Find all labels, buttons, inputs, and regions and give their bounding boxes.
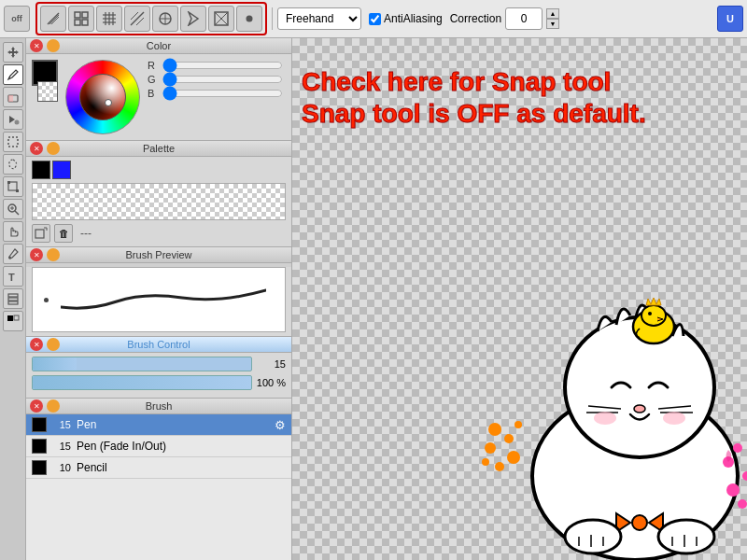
color-wheel[interactable] <box>65 60 140 134</box>
palette-panel-header: ✕ Palette <box>26 141 291 157</box>
correction-down-btn[interactable]: ▼ <box>546 19 559 29</box>
brush-list-item-1[interactable]: 15 Pen (Fade In/Out) <box>26 436 291 457</box>
tool-layer[interactable] <box>3 288 23 309</box>
panels-column: ✕ Color R <box>26 38 292 560</box>
brush-list-item-2[interactable]: 10 Pencil <box>26 457 291 479</box>
palette-panel-min[interactable] <box>47 142 60 155</box>
palette-toolbar: 🗑 --- <box>32 224 286 243</box>
antialiasing-label: AntiAliasing <box>384 12 443 25</box>
svg-point-52 <box>663 412 685 425</box>
brush-opacity-track[interactable] <box>32 375 252 390</box>
color-wheel-dot <box>105 99 112 106</box>
toolbar-circle-btn[interactable] <box>152 6 178 32</box>
red-slider[interactable] <box>162 60 283 71</box>
blue-slider[interactable] <box>162 88 283 99</box>
tool-select-rect[interactable] <box>3 132 23 152</box>
brush-preview-min[interactable] <box>47 248 60 261</box>
annotation-overlay: Check here for Snap tool Snap tool is OF… <box>302 66 646 129</box>
toolbar-lines-btn[interactable] <box>40 6 66 32</box>
brush-settings-btn-0[interactable]: ⚙ <box>275 418 286 432</box>
svg-rect-5 <box>75 20 80 25</box>
background-color-swatch[interactable] <box>37 81 58 102</box>
palette-swatch-black[interactable] <box>32 161 50 179</box>
svg-point-23 <box>247 16 253 22</box>
brush-size-1: 15 <box>52 441 71 452</box>
svg-rect-6 <box>82 20 88 25</box>
snap-off-button[interactable]: off <box>4 6 30 32</box>
brush-preview-canvas <box>32 267 286 332</box>
svg-rect-28 <box>8 137 18 147</box>
toolbar-tools-group <box>35 2 267 35</box>
tool-pen[interactable] <box>3 64 23 85</box>
tool-zoom[interactable] <box>3 199 23 219</box>
svg-rect-31 <box>7 181 10 184</box>
svg-text:T: T <box>8 272 15 283</box>
color-panel-close[interactable]: ✕ <box>30 39 43 52</box>
palette-panel-close[interactable]: ✕ <box>30 142 43 155</box>
tool-eraser[interactable] <box>3 87 23 107</box>
red-row: R 0 <box>148 60 292 71</box>
palette-dash-label: --- <box>80 227 92 240</box>
tool-move[interactable] <box>3 42 23 63</box>
brush-list-item-0[interactable]: 15 Pen ⚙ <box>26 414 291 436</box>
toolbar-dot-btn[interactable] <box>236 6 262 32</box>
svg-point-72 <box>514 421 522 428</box>
tool-eyedrop[interactable] <box>3 244 23 264</box>
toolbar-diagonal-btn[interactable] <box>124 6 150 32</box>
svg-point-78 <box>726 483 740 497</box>
brush-preview-close[interactable]: ✕ <box>30 248 43 261</box>
svg-point-36 <box>8 257 11 259</box>
color-panel-min[interactable] <box>47 39 60 52</box>
svg-point-77 <box>742 471 747 481</box>
brush-size-value: 15 <box>256 358 286 370</box>
brush-list-close[interactable]: ✕ <box>30 399 43 413</box>
tool-hand[interactable] <box>3 221 23 242</box>
brush-size-0: 15 <box>52 419 71 430</box>
brush-preview-panel: ✕ Brush Preview <box>26 247 291 337</box>
palette-new-btn[interactable] <box>32 224 50 243</box>
green-slider[interactable] <box>162 74 283 85</box>
correction-stepper: ▲ ▼ <box>546 8 559 29</box>
palette-swatches-row <box>32 161 286 179</box>
toolbar-persp-btn[interactable] <box>208 6 234 32</box>
correction-input[interactable] <box>505 7 543 30</box>
brush-size-track[interactable] <box>32 357 252 371</box>
brush-control-header: ✕ Brush Control <box>26 337 291 353</box>
brush-control-min[interactable] <box>47 338 60 351</box>
svg-line-1 <box>49 15 59 24</box>
svg-point-74 <box>733 443 742 453</box>
palette-grid[interactable] <box>32 183 286 220</box>
palette-swatch-blue[interactable] <box>52 161 71 179</box>
correction-up-btn[interactable]: ▲ <box>546 8 559 19</box>
tool-palette[interactable] <box>3 311 23 331</box>
svg-point-70 <box>507 451 520 464</box>
annotation-line2: Snap tool is OFF as default. <box>302 98 646 130</box>
brush-opacity-fill <box>33 376 251 389</box>
tool-transform[interactable] <box>3 176 23 197</box>
tool-fill[interactable] <box>3 109 23 130</box>
undo-button[interactable]: U <box>717 6 743 32</box>
toolbar-arrow-btn[interactable] <box>180 6 206 32</box>
freehand-select[interactable]: Freehand <box>277 7 361 30</box>
green-row: G 0 <box>148 74 292 85</box>
palette-delete-btn[interactable]: 🗑 <box>54 224 73 243</box>
brush-list-min[interactable] <box>47 399 60 413</box>
svg-point-71 <box>495 462 504 471</box>
svg-point-67 <box>488 423 501 436</box>
tool-select-lasso[interactable] <box>3 154 23 175</box>
brush-control-close[interactable]: ✕ <box>30 338 43 351</box>
canvas-area[interactable]: Check here for Snap tool Snap tool is OF… <box>292 38 747 560</box>
brush-size-fill <box>33 357 77 371</box>
svg-point-68 <box>504 434 514 443</box>
color-panel-header: ✕ Color <box>26 38 291 54</box>
toolbar-grid-btn[interactable] <box>68 6 94 32</box>
annotation-line1: Check here for Snap tool <box>302 66 646 98</box>
antialiasing-checkbox[interactable] <box>369 13 381 25</box>
toolbar-grid2-btn[interactable] <box>96 6 122 32</box>
blue-row: B 0 <box>148 88 292 99</box>
tool-text[interactable]: T <box>3 266 23 287</box>
brush-list-panel: ✕ Brush 15 Pen ⚙ 15 Pen (Fade In/Out) <box>26 399 291 560</box>
brush-color-box-2 <box>32 460 47 475</box>
brush-preview-dot <box>44 298 49 302</box>
svg-rect-43 <box>35 230 44 238</box>
